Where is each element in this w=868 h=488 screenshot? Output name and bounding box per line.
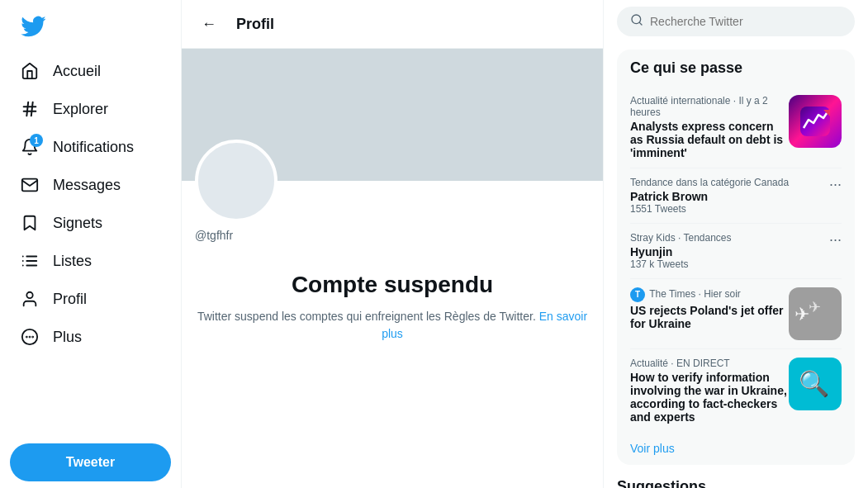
- trend-item-patrick-brown[interactable]: Tendance dans la catégorie Canada Patric…: [630, 168, 842, 223]
- sidebar-item-label-signets: Signets: [53, 215, 102, 232]
- sidebar: Accueil Explorer 1 Notifications: [0, 0, 182, 488]
- notification-badge: 1: [30, 134, 43, 147]
- trend-name-hyunjin: Hyunjin: [630, 245, 823, 258]
- sidebar-item-label-messages: Messages: [53, 177, 121, 194]
- svg-line-3: [31, 102, 33, 116]
- suggestions-title: Suggestions: [617, 478, 855, 488]
- avatar-container: [195, 140, 277, 222]
- twitter-logo: [10, 7, 171, 50]
- sidebar-item-messages[interactable]: Messages: [10, 167, 171, 203]
- search-bar: [617, 7, 855, 36]
- main-content: ← Profil @tgfhfr Compte suspendu Twitter…: [182, 0, 604, 488]
- trend-left: Tendance dans la catégorie Canada Patric…: [630, 177, 823, 215]
- avatar: [195, 140, 277, 222]
- search-input[interactable]: [650, 15, 842, 28]
- trend-meta-patrick: Tendance dans la catégorie Canada: [630, 177, 823, 188]
- sidebar-item-profil[interactable]: Profil: [10, 281, 171, 317]
- more-options-icon[interactable]: ···: [829, 232, 842, 247]
- svg-text:✈: ✈: [794, 304, 809, 325]
- sidebar-item-label-profil: Profil: [53, 291, 87, 308]
- username: @tgfhfr: [182, 222, 603, 245]
- trend-item-hyunjin[interactable]: Stray Kids · Tendances Hyunjin 137 k Twe…: [630, 223, 842, 278]
- trend-left: Actualité internationale · Il y a 2 heur…: [630, 95, 789, 159]
- sidebar-item-label-listes: Listes: [53, 253, 92, 270]
- bookmark-icon: [20, 213, 40, 233]
- trend-item-debt[interactable]: Actualité internationale · Il y a 2 heur…: [630, 87, 842, 168]
- times-logo-icon: T: [630, 287, 645, 302]
- svg-line-2: [26, 102, 28, 116]
- trend-item-jets[interactable]: T The Times · Hier soir US rejects Polan…: [630, 278, 842, 348]
- sidebar-item-signets[interactable]: Signets: [10, 205, 171, 241]
- trend-meta-jets: T The Times · Hier soir: [630, 287, 789, 302]
- search-icon: [630, 13, 643, 30]
- envelope-icon: [20, 175, 40, 195]
- trend-meta-ukraine: Actualité · EN DIRECT: [630, 358, 789, 369]
- trend-left: T The Times · Hier soir US rejects Polan…: [630, 287, 789, 330]
- sidebar-item-label-explorer: Explorer: [53, 101, 108, 118]
- sidebar-item-explorer[interactable]: Explorer: [10, 91, 171, 127]
- svg-point-12: [26, 337, 27, 338]
- suspended-description: Twitter suspend les comptes qui enfreign…: [195, 308, 590, 343]
- trend-name-patrick: Patrick Brown: [630, 190, 823, 203]
- svg-point-13: [30, 337, 31, 338]
- trend-meta-hyunjin: Stray Kids · Tendances: [630, 232, 823, 244]
- trend-left: Stray Kids · Tendances Hyunjin 137 k Twe…: [630, 232, 823, 270]
- list-icon: [20, 251, 40, 271]
- svg-text:✈: ✈: [809, 299, 821, 315]
- sidebar-item-label-accueil: Accueil: [53, 63, 101, 80]
- bell-icon: 1: [20, 137, 40, 157]
- trend-name-ukraine: How to verify information involving the …: [630, 371, 789, 424]
- back-button[interactable]: ←: [195, 10, 223, 38]
- trend-name-debt: Analysts express concern as Russia defau…: [630, 120, 789, 159]
- person-icon: [20, 289, 40, 309]
- sidebar-item-label-plus: Plus: [53, 329, 82, 346]
- sidebar-item-label-notifications: Notifications: [53, 139, 134, 156]
- sidebar-item-plus[interactable]: Plus: [10, 319, 171, 355]
- house-icon: [20, 61, 40, 81]
- trend-item-ukraine[interactable]: Actualité · EN DIRECT How to verify info…: [630, 348, 842, 432]
- trend-name-jets: US rejects Poland's jet offer for Ukrain…: [630, 304, 789, 330]
- svg-line-16: [639, 22, 642, 25]
- svg-text:🔍: 🔍: [799, 369, 830, 399]
- trend-meta-debt: Actualité internationale · Il y a 2 heur…: [630, 95, 789, 118]
- suspended-title: Compte suspendu: [195, 272, 590, 298]
- suspended-desc-text: Twitter suspend les comptes qui enfreign…: [197, 310, 536, 323]
- more-options-icon[interactable]: ···: [829, 177, 842, 192]
- svg-point-10: [26, 292, 32, 298]
- sidebar-item-notifications[interactable]: 1 Notifications: [10, 129, 171, 165]
- trend-image-jets: ✈ ✈: [789, 287, 842, 340]
- trend-count-patrick: 1551 Tweets: [630, 203, 823, 215]
- right-panel: Ce qui se passe Actualité internationale…: [604, 0, 868, 488]
- svg-point-14: [32, 337, 33, 338]
- trend-left: Actualité · EN DIRECT How to verify info…: [630, 358, 789, 424]
- trending-title: Ce qui se passe: [630, 59, 842, 77]
- voir-plus-link[interactable]: Voir plus: [630, 432, 842, 455]
- trending-section: Ce qui se passe Actualité internationale…: [617, 50, 855, 465]
- hash-icon: [20, 99, 40, 119]
- trend-image-ukraine: 🔍: [789, 358, 842, 410]
- sidebar-nav: Accueil Explorer 1 Notifications: [10, 53, 171, 434]
- tweet-button[interactable]: Tweeter: [10, 443, 171, 481]
- trend-count-hyunjin: 137 k Tweets: [630, 258, 823, 270]
- sidebar-item-listes[interactable]: Listes: [10, 243, 171, 279]
- dots-circle-icon: [20, 327, 40, 347]
- suspended-section: Compte suspendu Twitter suspend les comp…: [182, 245, 603, 369]
- sidebar-item-accueil[interactable]: Accueil: [10, 53, 171, 89]
- page-title: Profil: [236, 16, 274, 33]
- profile-header-bar: ← Profil: [182, 0, 603, 49]
- trend-image-stocks: [789, 95, 842, 148]
